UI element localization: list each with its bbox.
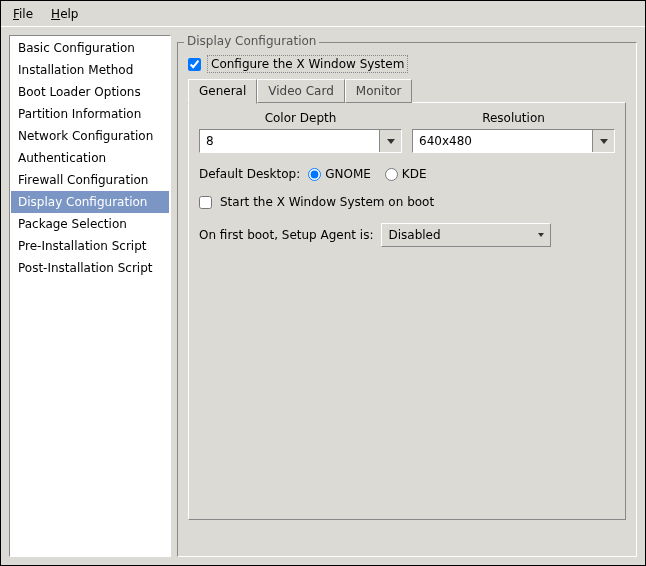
sidebar-item-firewall-configuration[interactable]: Firewall Configuration: [11, 169, 169, 191]
start-x-boot-checkbox[interactable]: [199, 196, 212, 209]
setup-agent-combo[interactable]: Disabled: [381, 223, 551, 247]
color-depth-value: 8: [200, 134, 379, 148]
tab-monitor[interactable]: Monitor: [345, 79, 413, 103]
chevron-down-icon: [387, 139, 395, 144]
radio-kde-input[interactable]: [385, 168, 398, 181]
start-x-boot-label: Start the X Window System on boot: [220, 195, 434, 209]
tab-body-general: Color Depth 8 Resolution 640x480: [188, 102, 626, 520]
sidebar-item-post-installation-script[interactable]: Post-Installation Script: [11, 257, 169, 279]
sidebar-item-package-selection[interactable]: Package Selection: [11, 213, 169, 235]
radio-kde-label: KDE: [402, 167, 427, 181]
radio-gnome-label: GNOME: [325, 167, 371, 181]
chevron-down-icon: [538, 233, 544, 237]
chevron-down-icon: [600, 139, 608, 144]
first-boot-label: On first boot, Setup Agent is:: [199, 228, 373, 242]
sidebar-item-pre-installation-script[interactable]: Pre-Installation Script: [11, 235, 169, 257]
radio-kde[interactable]: KDE: [385, 167, 427, 181]
resolution-dropdown-button[interactable]: [592, 130, 614, 152]
configure-x-checkbox[interactable]: [188, 58, 201, 71]
sidebar-item-network-configuration[interactable]: Network Configuration: [11, 125, 169, 147]
color-depth-dropdown-button[interactable]: [379, 130, 401, 152]
color-depth-label: Color Depth: [265, 111, 337, 125]
sidebar-item-authentication[interactable]: Authentication: [11, 147, 169, 169]
sidebar-item-boot-loader-options[interactable]: Boot Loader Options: [11, 81, 169, 103]
color-depth-combo[interactable]: 8: [199, 129, 402, 153]
sidebar-item-basic-configuration[interactable]: Basic Configuration: [11, 37, 169, 59]
panel-title: Display Configuration: [184, 34, 319, 48]
radio-gnome-input[interactable]: [308, 168, 321, 181]
display-configuration-panel: Display Configuration Configure the X Wi…: [177, 42, 637, 557]
setup-agent-value: Disabled: [382, 228, 532, 242]
configure-x-label: Configure the X Window System: [207, 55, 408, 73]
sidebar: Basic Configuration Installation Method …: [9, 35, 171, 557]
sidebar-item-partition-information[interactable]: Partition Information: [11, 103, 169, 125]
radio-gnome[interactable]: GNOME: [308, 167, 371, 181]
setup-agent-dropdown-button[interactable]: [532, 224, 550, 246]
resolution-value: 640x480: [413, 134, 592, 148]
tab-video-card[interactable]: Video Card: [257, 79, 345, 103]
sidebar-item-display-configuration[interactable]: Display Configuration: [11, 191, 169, 213]
menubar: File Help: [1, 1, 645, 27]
default-desktop-label: Default Desktop:: [199, 167, 300, 181]
tab-general[interactable]: General: [188, 79, 257, 104]
menu-file[interactable]: File: [5, 3, 41, 25]
tabs: General Video Card Monitor: [188, 79, 626, 103]
default-desktop-radio-group: GNOME KDE: [308, 167, 426, 181]
resolution-combo[interactable]: 640x480: [412, 129, 615, 153]
resolution-label: Resolution: [482, 111, 545, 125]
menu-help[interactable]: Help: [43, 3, 86, 25]
sidebar-item-installation-method[interactable]: Installation Method: [11, 59, 169, 81]
